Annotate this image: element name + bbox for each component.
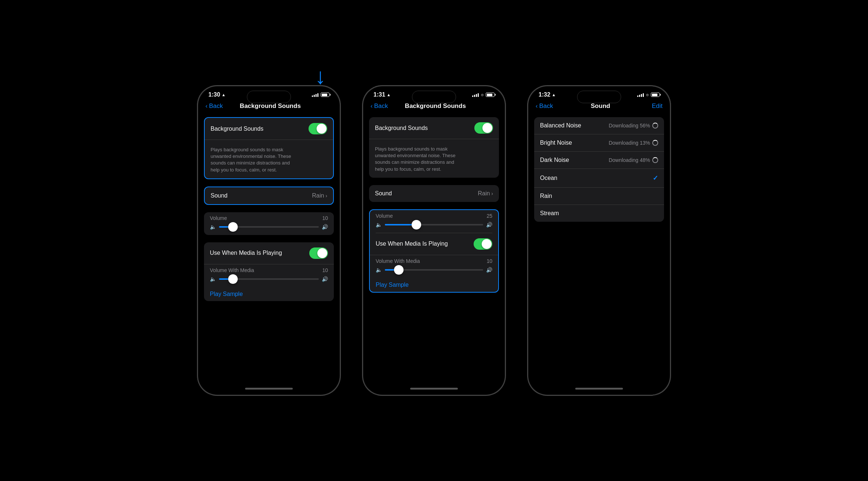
status-icons-2: ⌾	[472, 92, 495, 97]
vol-low-icon-1: 🔈	[210, 224, 216, 230]
checkmark-ocean: ✓	[653, 174, 658, 182]
vol-media-label-2: Volume With Media	[376, 258, 420, 264]
volume-label-2: Volume	[376, 213, 393, 219]
blue-arrow-icon: ↓	[315, 64, 326, 89]
vol-high-icon-1: 🔊	[322, 224, 328, 230]
time-2: 1:31 ▲	[373, 91, 391, 98]
list-item-rain[interactable]: Rain	[534, 188, 664, 205]
bg-sounds-toggle-row-1: Background Sounds	[205, 118, 333, 140]
vol-high-icon-2: 🔊	[486, 222, 492, 228]
phone-1-wrapper: ↓ 1:30 ▲	[197, 86, 340, 395]
edit-button-3[interactable]: Edit	[648, 102, 663, 110]
sound-section-1: Sound Rain ›	[204, 187, 334, 205]
content-2: Background Sounds Plays background sound…	[363, 114, 505, 382]
volume-media-slider-2: Volume With Media 10 🔈 🔊	[370, 255, 498, 278]
vol-media-label-1: Volume With Media	[210, 267, 254, 273]
bg-sounds-desc-row-2: Plays background sounds to mask unwanted…	[369, 139, 499, 178]
vol-media-track-2[interactable]	[385, 269, 483, 271]
back-button-2[interactable]: ‹ Back	[371, 102, 388, 110]
bg-sounds-section-1: Background Sounds Plays background sound…	[204, 117, 334, 179]
list-item-balanced-noise[interactable]: Balanced Noise Downloading 56%	[534, 117, 664, 134]
home-indicator-2	[363, 382, 505, 395]
media-section-1: Use When Media Is Playing Volume With Me…	[204, 242, 334, 301]
volume-value-1: 10	[322, 215, 328, 221]
location-icon-2: ▲	[387, 93, 391, 97]
signal-icon-2	[472, 93, 479, 97]
use-when-media-row-1: Use When Media Is Playing	[204, 242, 334, 264]
phone-1: 1:30 ▲ ‹	[197, 86, 340, 395]
bg-sounds-toggle-row-2: Background Sounds	[369, 117, 499, 139]
vol-media-low-icon-1: 🔈	[210, 276, 216, 282]
use-when-media-row-2: Use When Media Is Playing	[370, 233, 498, 255]
sound-row-2[interactable]: Sound Rain ›	[369, 185, 499, 202]
use-when-media-label-2: Use When Media Is Playing	[376, 240, 448, 247]
bg-sounds-section-2: Background Sounds Plays background sound…	[369, 117, 499, 178]
sound-value-1: Rain ›	[312, 192, 327, 199]
volume-label-1: Volume	[210, 215, 227, 221]
bg-sounds-toggle-1[interactable]	[309, 123, 327, 134]
use-when-media-toggle-2[interactable]	[474, 238, 492, 250]
list-item-dark-noise[interactable]: Dark Noise Downloading 48%	[534, 152, 664, 169]
dynamic-island-3	[577, 91, 621, 103]
wifi-icon-2: ⌾	[481, 92, 484, 97]
spinner-bright	[652, 140, 658, 146]
page-title-1: Background Sounds	[223, 102, 318, 110]
phone-1-screen: 1:30 ▲ ‹	[198, 86, 340, 395]
page-title-3: Sound	[553, 102, 648, 110]
page-title-2: Background Sounds	[388, 102, 483, 110]
play-sample-2[interactable]: Play Sample	[370, 278, 498, 292]
phone-2-wrapper: 1:31 ▲ ⌾	[362, 86, 506, 395]
chevron-icon-2: ›	[491, 191, 493, 196]
dynamic-island-1	[247, 91, 291, 103]
bg-sounds-label-1: Background Sounds	[211, 126, 263, 132]
sound-label-2: Sound	[375, 190, 392, 197]
sound-value-2: Rain ›	[478, 190, 493, 197]
sound-list-3: Balanced Noise Downloading 56% Bright No…	[534, 117, 664, 222]
status-icons-1	[312, 93, 329, 97]
volume-track-2[interactable]	[385, 224, 483, 225]
signal-icon-3	[637, 93, 644, 97]
location-icon-1: ▲	[222, 93, 226, 97]
time-3: 1:32 ▲	[539, 91, 556, 98]
location-icon-3: ▲	[552, 93, 556, 97]
spinner-dark	[652, 157, 658, 163]
status-icons-3: ⌾	[637, 92, 660, 97]
bg-sounds-desc-2: Plays background sounds to mask unwanted…	[375, 146, 456, 173]
home-indicator-3	[528, 382, 670, 395]
vol-low-icon-2: 🔈	[376, 222, 382, 228]
list-item-bright-noise[interactable]: Bright Noise Downloading 13%	[534, 134, 664, 152]
vol-media-value-1: 10	[322, 267, 328, 273]
bg-sounds-desc-row-1: Plays background sounds to mask unwanted…	[205, 140, 333, 178]
volume-slider-1: Volume 10 🔈 🔊	[204, 212, 334, 235]
volume-media-slider-1: Volume With Media 10 🔈 🔊	[204, 264, 334, 287]
list-item-stream[interactable]: Stream	[534, 205, 664, 222]
volume-slider-2: Volume 25 🔈 🔊	[370, 210, 498, 233]
list-item-ocean[interactable]: Ocean ✓	[534, 169, 664, 188]
back-button-1[interactable]: ‹ Back	[205, 102, 223, 110]
chevron-icon-1: ›	[325, 193, 327, 199]
phone-2: 1:31 ▲ ⌾	[362, 86, 506, 395]
signal-icon-1	[312, 93, 318, 97]
use-when-media-toggle-1[interactable]	[309, 247, 328, 259]
phone-3-wrapper: 1:32 ▲ ⌾	[528, 86, 671, 395]
battery-icon-3	[651, 93, 660, 97]
wifi-icon-3: ⌾	[646, 92, 649, 97]
bg-sounds-desc-1: Plays background sounds to mask unwanted…	[211, 147, 291, 173]
phone-3-screen: 1:32 ▲ ⌾	[528, 86, 670, 395]
volume-track-1[interactable]	[219, 226, 319, 228]
sound-row-1[interactable]: Sound Rain ›	[205, 187, 333, 204]
phones-container: ↓ 1:30 ▲	[183, 71, 685, 410]
bg-sounds-label-2: Background Sounds	[375, 125, 428, 131]
vol-media-high-icon-2: 🔊	[486, 267, 492, 273]
sound-section-2: Sound Rain ›	[369, 185, 499, 202]
vol-media-low-icon-2: 🔈	[376, 267, 382, 273]
phone-2-screen: 1:31 ▲ ⌾	[363, 86, 505, 395]
bg-sounds-toggle-2[interactable]	[474, 122, 493, 134]
volume-section-1: Volume 10 🔈 🔊	[204, 212, 334, 235]
vol-media-track-1[interactable]	[219, 278, 319, 280]
use-when-media-label-1: Use When Media Is Playing	[210, 250, 282, 256]
battery-icon-1	[321, 93, 329, 97]
play-sample-1[interactable]: Play Sample	[204, 287, 334, 301]
back-button-3[interactable]: ‹ Back	[536, 102, 553, 110]
volume-value-2: 25	[486, 213, 492, 219]
